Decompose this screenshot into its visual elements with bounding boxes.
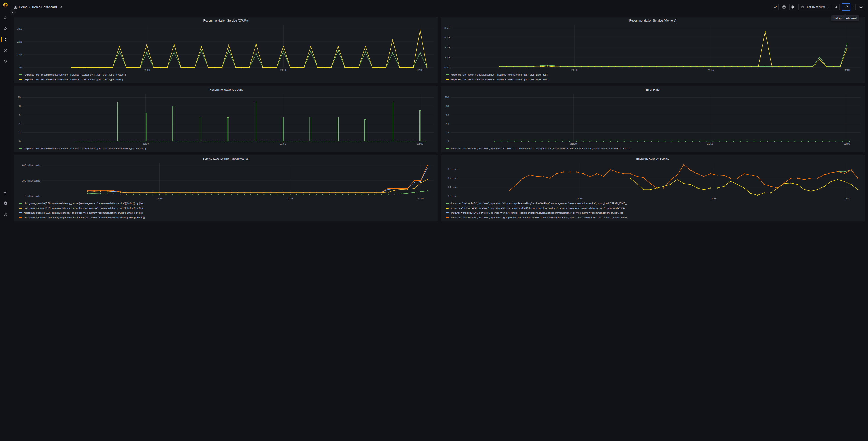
legend-label[interactable]: histogram_quantile(0.999, sum(rate(laten… (24, 216, 145, 219)
bar (337, 117, 339, 141)
data-point (385, 67, 386, 68)
share-icon[interactable] (60, 5, 63, 9)
y-axis-tick-label: 6 (19, 113, 21, 116)
data-point (112, 67, 113, 68)
panel-title[interactable]: Service Latency (from SpanMetrics) (16, 156, 434, 161)
data-point (427, 190, 428, 192)
legend-swatch (19, 212, 22, 213)
data-point (100, 190, 101, 191)
data-point (342, 194, 343, 195)
data-point (264, 192, 265, 193)
sidebar-item-starred[interactable] (0, 24, 11, 33)
y-axis-tick-label: 4 (19, 122, 21, 125)
panel-title[interactable]: Recommendation Service (CPU%) (16, 18, 434, 23)
sidebar-item-settings[interactable] (0, 199, 11, 208)
panel: Service Latency (from SpanMetrics) 0 mil… (14, 155, 434, 220)
data-point (310, 51, 311, 52)
legend-label[interactable]: histogram_quantile(0.99, sum(rate(latenc… (24, 211, 144, 214)
data-point (348, 194, 349, 195)
data-point (228, 45, 229, 46)
alerting-bell-icon (3, 59, 7, 63)
data-point (198, 194, 199, 195)
sign-in-icon (3, 190, 7, 195)
panel-title[interactable]: Recommendations Count (16, 87, 434, 92)
gear-icon (3, 201, 7, 206)
data-point (392, 39, 394, 40)
series-line (88, 168, 427, 192)
bar (200, 117, 201, 141)
data-point (224, 194, 225, 195)
time-series-chart[interactable]: 0%10%20%30%21:5021:5522:00 (16, 23, 434, 72)
series-line (88, 179, 427, 193)
data-point (420, 191, 421, 192)
data-point (120, 194, 121, 195)
legend-item: histogram_quantile(0.99, sum(rate(latenc… (19, 210, 434, 215)
data-point (361, 192, 363, 193)
data-point (105, 67, 106, 68)
data-point (427, 67, 428, 68)
data-point (368, 192, 369, 193)
x-axis-tick-label: 22:00 (417, 142, 423, 145)
series-line (88, 166, 427, 192)
data-point (283, 51, 284, 52)
data-point (249, 67, 250, 68)
sidebar-item-explore[interactable] (0, 46, 11, 55)
data-point (140, 67, 141, 68)
legend-label[interactable]: {exported_job="recommendationservice", i… (24, 74, 126, 76)
legend-item: histogram_quantile(0.95, sum(rate(latenc… (19, 206, 434, 210)
data-point (413, 67, 414, 68)
legend-label[interactable]: {exported_job="recommendationservice", i… (24, 147, 146, 150)
y-axis-tick-label: 0 (19, 140, 21, 143)
data-point (159, 192, 160, 193)
breadcrumb-folder[interactable]: Demo (19, 5, 27, 9)
data-point (152, 192, 153, 193)
data-point (221, 67, 223, 68)
time-series-chart[interactable]: 0 milliseconds200 milliseconds400 millis… (16, 161, 434, 200)
data-point (394, 190, 395, 191)
legend-label[interactable]: histogram_quantile(0.50, sum(rate(latenc… (24, 202, 144, 205)
data-point (208, 67, 209, 68)
sidebar-expand-button[interactable] (9, 9, 16, 15)
data-point (201, 47, 202, 48)
data-point (399, 67, 400, 68)
data-point (388, 194, 389, 195)
sidebar-item-sign-in[interactable] (0, 188, 11, 197)
star-icon (3, 27, 7, 31)
data-point (329, 194, 330, 195)
data-point (174, 51, 175, 53)
legend-label[interactable]: histogram_quantile(0.95, sum(rate(latenc… (24, 207, 144, 209)
y-axis-tick-label: 400 milliseconds (22, 164, 40, 167)
sidebar-item-search[interactable] (0, 13, 11, 22)
data-point (256, 44, 257, 45)
data-point (146, 194, 147, 195)
data-point (140, 194, 141, 195)
sidebar (0, 0, 11, 220)
data-point (372, 67, 373, 68)
data-point (420, 52, 421, 53)
panel: Recommendation Service (CPU%) 0%10%20%30… (14, 17, 434, 83)
legend-label[interactable]: {exported_job="recommendationservice", i… (24, 78, 123, 81)
data-point (172, 194, 173, 195)
data-point (237, 194, 239, 195)
data-point (355, 192, 356, 193)
breadcrumb-separator: / (29, 5, 30, 9)
legend-item: {exported_job="recommendationservice", i… (19, 72, 434, 77)
data-point (179, 194, 180, 195)
sidebar-item-help[interactable] (0, 210, 11, 219)
time-series-chart[interactable]: 024681021:5021:5522:00 (16, 92, 434, 146)
sidebar-item-dashboards[interactable] (0, 35, 11, 44)
x-axis-tick-label: 22:00 (418, 197, 424, 200)
breadcrumb-dashboard[interactable]: Demo Dashboard (32, 5, 57, 9)
sidebar-item-alerting[interactable] (0, 57, 11, 66)
data-point (381, 194, 382, 195)
data-point (290, 67, 291, 68)
data-point (394, 188, 395, 189)
data-point (264, 194, 265, 195)
data-point (235, 67, 236, 68)
legend-item: histogram_quantile(0.50, sum(rate(latenc… (19, 201, 434, 206)
data-point (146, 192, 147, 193)
data-point (87, 190, 88, 191)
y-axis-tick-label: 2 (19, 131, 21, 134)
grafana-logo[interactable] (2, 2, 8, 8)
data-point (250, 194, 251, 195)
